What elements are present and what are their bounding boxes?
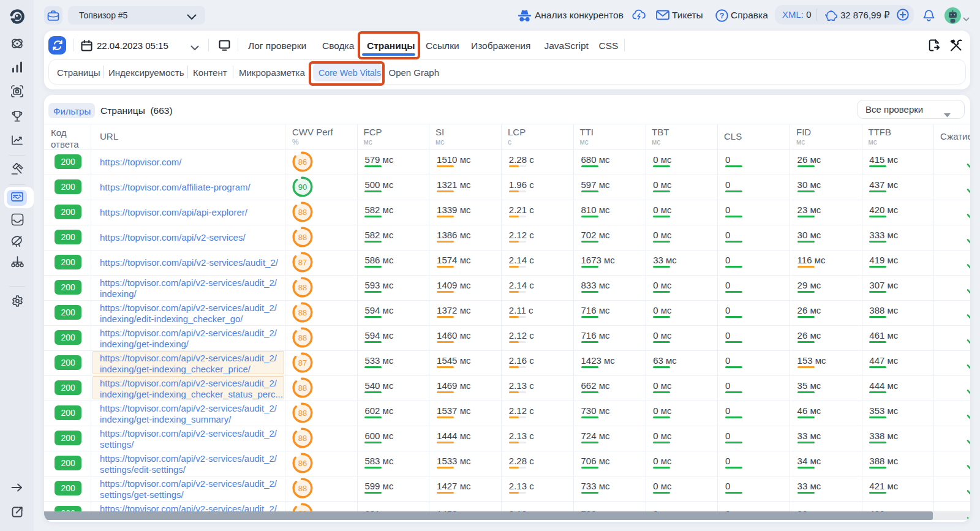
svg-text:?: ? <box>720 12 725 20</box>
svg-text:88: 88 <box>298 208 307 217</box>
svg-text:86: 86 <box>298 157 307 167</box>
svg-text:88: 88 <box>298 434 307 443</box>
svg-text:88: 88 <box>298 484 307 493</box>
svg-text:88: 88 <box>298 333 307 342</box>
svg-text:88: 88 <box>298 233 307 242</box>
svg-text:86: 86 <box>298 459 307 468</box>
svg-text:87: 87 <box>298 358 307 367</box>
svg-text:88: 88 <box>298 409 307 418</box>
svg-text:88: 88 <box>298 283 307 292</box>
svg-text:87: 87 <box>298 258 307 267</box>
svg-text:88: 88 <box>298 308 307 317</box>
svg-text:88: 88 <box>298 383 307 393</box>
svg-text:90: 90 <box>298 183 307 192</box>
